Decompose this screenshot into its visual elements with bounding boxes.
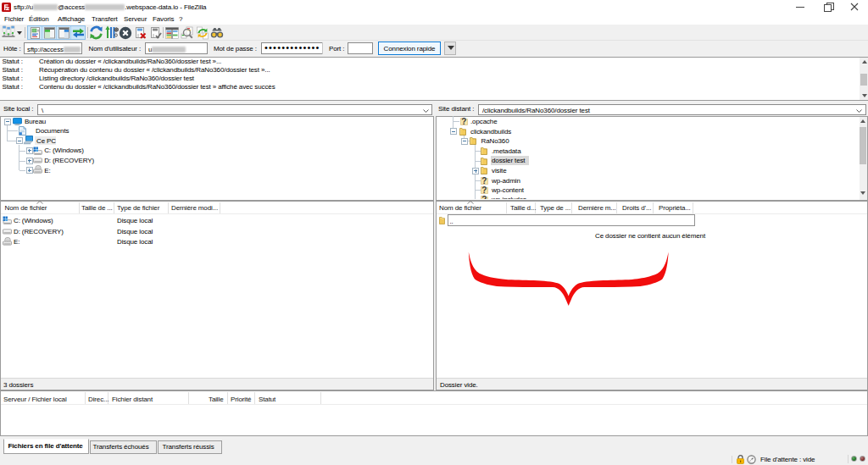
svg-text:?: ? xyxy=(481,195,487,199)
svg-text:?: ? xyxy=(481,176,487,185)
svg-text:?: ? xyxy=(481,185,487,194)
svg-text:?: ? xyxy=(461,117,466,125)
